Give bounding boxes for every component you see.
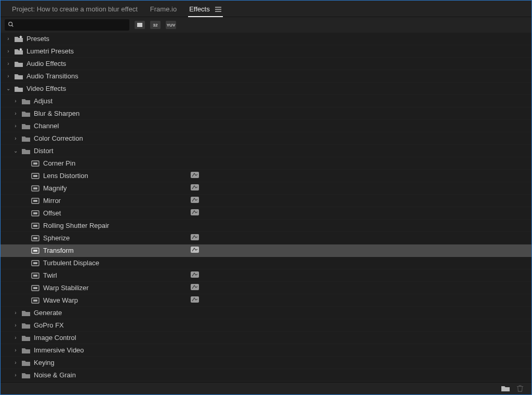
folder-icon <box>21 135 31 142</box>
tree-folder-adjust[interactable]: › Adjust <box>1 95 531 107</box>
accelerated-effect-icon <box>191 247 199 254</box>
search-input[interactable] <box>17 21 126 29</box>
effect-label: Twirl <box>43 271 57 279</box>
chevron-right-icon: › <box>13 347 18 353</box>
filter-yuv[interactable]: YUV <box>166 21 176 29</box>
panel-menu-icon[interactable] <box>215 6 222 13</box>
search-input-wrapper[interactable] <box>5 19 129 31</box>
effect-label: Offset <box>43 209 61 217</box>
effect-label: Corner Pin <box>43 159 75 167</box>
effect-icon <box>31 235 40 242</box>
tree-label: Image Control <box>34 334 76 342</box>
effect-icon <box>31 247 40 254</box>
effect-icon <box>31 172 40 180</box>
effect-icon <box>31 272 40 279</box>
svg-rect-33 <box>191 284 199 290</box>
effect-label: Wave Warp <box>43 296 78 304</box>
tree-folder-image-control[interactable]: › Image Control <box>1 332 531 344</box>
effect-icon <box>31 284 40 292</box>
chevron-right-icon: › <box>6 48 11 54</box>
tree-folder-color-correction[interactable]: › Color Correction <box>1 132 531 145</box>
tree-folder-audio-transitions[interactable]: › Audio Transitions <box>1 70 531 83</box>
tree-label: Audio Effects <box>26 60 66 67</box>
effect-corner-pin[interactable]: Corner Pin <box>1 157 531 170</box>
svg-rect-17 <box>33 225 37 227</box>
new-bin-button[interactable] <box>501 385 510 394</box>
effect-rolling-shutter-repair[interactable]: Rolling Shutter Repair <box>1 220 531 232</box>
effect-magnify[interactable]: Magnify <box>1 182 531 195</box>
accelerated-effect-icon <box>191 296 199 304</box>
tree-label: Lumetri Presets <box>26 47 74 55</box>
effect-mirror[interactable]: Mirror <box>1 195 531 207</box>
tree-bin-presets[interactable]: › Presets <box>1 33 531 45</box>
accelerated-effect-icon <box>191 234 199 242</box>
tree-label: Keying <box>34 359 55 366</box>
folder-icon <box>14 85 23 92</box>
filter-32bit[interactable]: 32 <box>150 21 161 29</box>
effects-tree[interactable]: › Presets › Lumetri Presets › Audio Effe… <box>1 33 531 382</box>
folder-icon <box>21 309 31 317</box>
effect-transform[interactable]: Transform <box>1 244 531 257</box>
accelerated-effect-icon <box>191 284 199 292</box>
tree-folder-keying[interactable]: › Keying <box>1 357 531 369</box>
svg-rect-23 <box>33 250 37 252</box>
tab-project[interactable]: Project: How to create a motion blur eff… <box>6 2 144 17</box>
effect-label: Rolling Shutter Repair <box>43 222 109 229</box>
effect-label: Transform <box>43 247 74 254</box>
tree-folder-obsolete[interactable]: › Obsolete <box>1 382 531 382</box>
svg-rect-6 <box>191 172 199 178</box>
tab-effects[interactable]: Effects <box>183 1 228 17</box>
effect-warp-stabilizer[interactable]: Warp Stabilizer <box>1 282 531 294</box>
search-icon <box>8 20 14 30</box>
tree-label: Presets <box>26 35 49 43</box>
chevron-right-icon: › <box>13 310 18 316</box>
preset-bin-icon <box>14 48 23 55</box>
filter-accelerated-icon[interactable] <box>135 21 145 29</box>
effect-turbulent-displace[interactable]: Turbulent Displace <box>1 257 531 269</box>
chevron-right-icon: › <box>6 36 11 42</box>
tree-folder-generate[interactable]: › Generate <box>1 307 531 319</box>
chevron-right-icon: › <box>6 73 11 79</box>
svg-rect-36 <box>191 296 199 303</box>
accelerated-effect-icon <box>191 209 199 217</box>
tree-folder-noise-grain[interactable]: › Noise & Grain <box>1 369 531 382</box>
chevron-right-icon: › <box>13 111 18 116</box>
folder-icon <box>14 73 23 80</box>
effect-icon <box>31 260 40 267</box>
tree-folder-video-effects[interactable]: ⌄ Video Effects <box>1 83 531 95</box>
svg-rect-2 <box>33 162 37 165</box>
accelerated-effect-icon <box>191 197 199 205</box>
accelerated-effect-icon <box>191 184 199 192</box>
tab-frameio[interactable]: Frame.io <box>144 2 183 17</box>
effect-label: Warp Stabilizer <box>43 284 89 292</box>
effect-lens-distortion[interactable]: Lens Distortion <box>1 170 531 182</box>
svg-rect-8 <box>33 187 37 189</box>
tree-folder-channel[interactable]: › Channel <box>1 120 531 132</box>
tree-label: Immersive Video <box>34 346 84 354</box>
effect-label: Magnify <box>43 184 67 192</box>
tree-bin-lumetri-presets[interactable]: › Lumetri Presets <box>1 45 531 58</box>
tree-folder-gopro-fx[interactable]: › GoPro FX <box>1 319 531 332</box>
tab-effects-label: Effects <box>189 5 210 13</box>
svg-rect-20 <box>33 237 37 239</box>
tree-folder-blur-sharpen[interactable]: › Blur & Sharpen <box>1 107 531 120</box>
effect-icon <box>31 222 40 229</box>
delete-button[interactable] <box>516 385 524 394</box>
tree-label: Noise & Grain <box>34 371 76 379</box>
svg-rect-32 <box>33 287 37 289</box>
folder-icon <box>21 98 31 105</box>
tree-folder-audio-effects[interactable]: › Audio Effects <box>1 58 531 70</box>
tree-folder-distort[interactable]: ⌄ Distort <box>1 145 531 157</box>
accelerated-effect-icon <box>191 172 199 180</box>
tree-folder-immersive-video[interactable]: › Immersive Video <box>1 344 531 357</box>
effect-offset[interactable]: Offset <box>1 207 531 220</box>
effect-spherize[interactable]: Spherize <box>1 232 531 244</box>
effect-label: Spherize <box>43 234 70 242</box>
effect-wave-warp[interactable]: Wave Warp <box>1 294 531 307</box>
tree-label: Color Correction <box>34 134 83 142</box>
chevron-right-icon: › <box>13 372 18 378</box>
svg-rect-11 <box>33 200 37 202</box>
accelerated-effect-icon <box>191 271 199 279</box>
tree-label: Generate <box>34 309 62 317</box>
effect-twirl[interactable]: Twirl <box>1 269 531 282</box>
